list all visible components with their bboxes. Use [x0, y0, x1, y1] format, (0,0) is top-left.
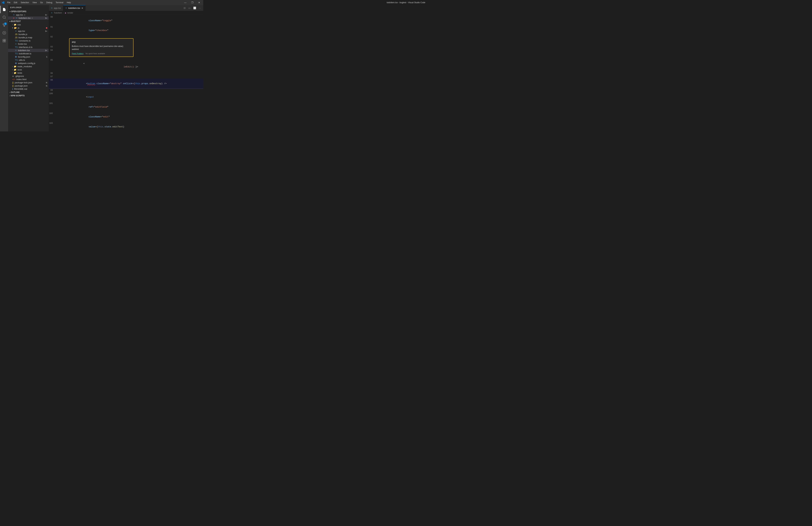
line-num: 102: [49, 112, 56, 122]
file-interfaces-dts[interactable]: TS interfaces.d.ts: [8, 46, 48, 49]
tab-bar: ⚛ app.tsx ⚛ todoItem.tsx ✕ ⊟ ▭ ⬜ ···: [49, 5, 203, 11]
menu-terminal[interactable]: Terminal: [54, 1, 65, 4]
chevron-right-icon: ›: [10, 91, 10, 93]
tab-bar-actions: ⊟ ▭ ⬜ ···: [183, 5, 203, 11]
info-icon: ℹ: [12, 88, 13, 90]
tab-close-button[interactable]: ✕: [81, 7, 83, 10]
menu-view[interactable]: View: [31, 1, 38, 4]
window-controls: — ❐ ✕: [183, 1, 202, 4]
file-bundle-js[interactable]: JS bundle.js: [8, 33, 48, 36]
chevron-right-icon: ›: [12, 72, 13, 74]
svg-rect-6: [4, 39, 5, 41]
file-footer-tsx[interactable]: ⚛ footer.tsx: [8, 42, 48, 46]
file-label: webpack.config.js: [18, 62, 35, 64]
main-layout: 3 EXPLORER: [0, 5, 203, 131]
no-quick-fixes-label: No quick fixes available: [86, 52, 105, 55]
split-editor-icon[interactable]: ⊟: [183, 6, 187, 10]
toggle-panel-icon[interactable]: ▭: [187, 6, 191, 10]
folder-tests[interactable]: › 📁 tests: [8, 71, 48, 74]
file-app-tsx[interactable]: ⚛ app.tsx 9+: [8, 29, 48, 33]
tab-todoitem-tsx[interactable]: ⚛ todoItem.tsx ✕: [63, 5, 86, 11]
code-editor[interactable]: any Buttons must have discernible text (…: [49, 15, 203, 131]
file-label: README.md: [14, 88, 27, 90]
line-content: <input: [56, 92, 203, 102]
ts-icon: TS: [15, 40, 18, 42]
file-index-html[interactable]: </> index.html: [8, 78, 48, 81]
file-bundle-js-map[interactable]: JS bundle.js.map: [8, 36, 48, 39]
html-icon: </>: [12, 78, 15, 81]
ts-icon: TS: [15, 59, 18, 61]
activity-bar: 3: [0, 5, 8, 131]
sidebar-title: EXPLORER: [8, 5, 48, 10]
file-package-json[interactable]: {} package.json N: [8, 84, 48, 87]
file-label: bundle.js.map: [18, 36, 32, 39]
file-todomodel-ts[interactable]: TS todoModel.ts: [8, 52, 48, 55]
bugtest-header[interactable]: ▾ BUGTEST: [8, 20, 48, 23]
activity-explorer[interactable]: [0, 6, 8, 13]
json-icon: {}: [12, 85, 14, 87]
folder-icon: 📁: [14, 72, 16, 74]
popup-type: any: [72, 40, 131, 44]
toggle-sidebar-icon[interactable]: ⬜: [192, 6, 197, 10]
ts-icon: TS: [15, 52, 18, 55]
maximize-button[interactable]: ❐: [190, 1, 195, 4]
folder-scss[interactable]: › 📁 scss: [8, 68, 48, 71]
npm-scripts-header[interactable]: › NPM SCRIPTS: [8, 94, 48, 97]
folder-js[interactable]: ▾ 📂 js: [8, 26, 48, 29]
menu-file[interactable]: File: [6, 1, 12, 4]
line-content: type="checkbox": [56, 26, 203, 35]
code-line-90: 90 className="toggle": [49, 16, 203, 26]
line-num: 93: [49, 45, 56, 49]
minimize-button[interactable]: —: [183, 1, 188, 4]
debug-icon: [2, 31, 6, 35]
folder-icon: 📁: [14, 24, 16, 26]
breadcrumb-render[interactable]: render: [67, 12, 73, 14]
menu-debug[interactable]: Debug: [45, 1, 54, 4]
menu-selection[interactable]: Selection: [19, 1, 30, 4]
activity-extensions[interactable]: [0, 37, 8, 44]
badge-count: 9+: [45, 14, 47, 16]
file-todoitem-tsx[interactable]: ⚛ todoItem.tsx 9+: [8, 49, 48, 52]
file-label: bundle.js: [18, 33, 27, 35]
line-num: 91: [49, 26, 56, 35]
activity-source-control[interactable]: 3: [0, 21, 8, 29]
svg-point-3: [3, 24, 4, 25]
folder-css[interactable]: › 📁 css: [8, 23, 48, 26]
line-content: <button className="destroy" onClick={thi…: [56, 78, 203, 89]
folder-node-modules[interactable]: › 📁 node_modules: [8, 65, 48, 68]
code-line-100: 100 <input: [49, 92, 203, 102]
outline-header[interactable]: › OUTLINE: [8, 91, 48, 94]
line-num: 101: [49, 102, 56, 112]
more-actions-icon[interactable]: ···: [198, 6, 202, 10]
menu-go[interactable]: Go: [39, 1, 44, 4]
file-tsconfig-json[interactable]: ⚙ tsconfig.json 5: [8, 55, 48, 58]
activity-search[interactable]: [0, 14, 8, 21]
code-line-96: 96: [49, 72, 203, 75]
menu-edit[interactable]: Edit: [12, 1, 19, 4]
file-utils-ts[interactable]: TS utils.ts: [8, 58, 48, 62]
open-editor-todoitem-tsx[interactable]: ✕ ⚛ todoItem.tsx js 9+: [8, 16, 48, 20]
chevron-down-icon: ▾: [10, 20, 10, 23]
open-editors-header[interactable]: ▾ OPEN EDITORS: [8, 10, 48, 13]
folder-icon: 📁: [14, 65, 16, 68]
line-content: value={this.state.editText}: [56, 122, 203, 131]
activity-debug[interactable]: [0, 29, 8, 36]
file-gitignore[interactable]: ◈ .gitignore: [8, 74, 48, 78]
peek-problem-link[interactable]: Peek Problem: [72, 52, 84, 55]
file-readme-md[interactable]: ℹ README.md: [8, 87, 48, 91]
line-content: className="toggle": [56, 16, 203, 26]
svg-rect-5: [3, 39, 4, 41]
tab-label: app.tsx: [54, 7, 61, 9]
file-constants-ts[interactable]: TS constants.ts: [8, 39, 48, 42]
open-editor-app-tsx[interactable]: ⚛ app.tsx js 9+: [8, 13, 48, 16]
file-webpack-config-js[interactable]: ⚙ webpack.config.js: [8, 62, 48, 65]
menu-help[interactable]: Help: [66, 1, 72, 4]
breadcrumb-icon: ⚛: [51, 12, 53, 14]
folder-label: css: [17, 24, 21, 26]
close-button[interactable]: ✕: [197, 1, 202, 4]
breadcrumb-todoitem[interactable]: TodoItem: [54, 12, 62, 14]
file-package-lock-json[interactable]: {} package-lock.json N: [8, 81, 48, 84]
tab-app-tsx[interactable]: ⚛ app.tsx: [49, 5, 63, 11]
source-control-badge: 3: [4, 23, 7, 25]
extensions-icon: [2, 39, 6, 43]
